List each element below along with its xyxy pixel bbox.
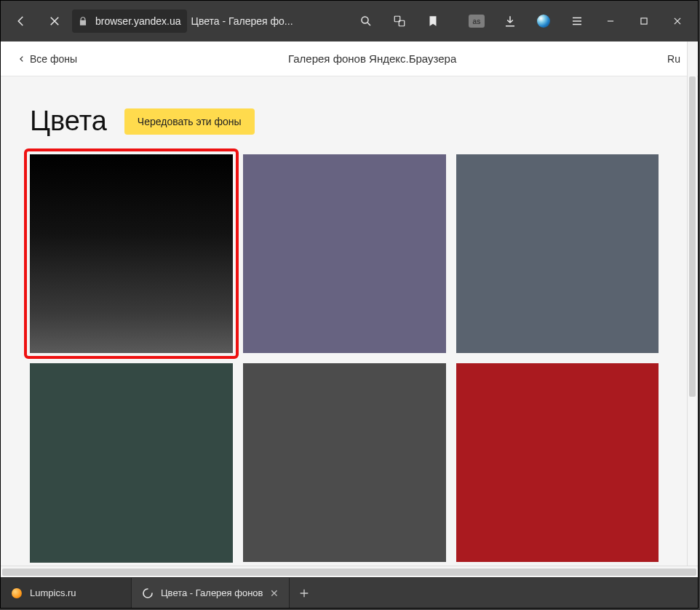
url-text: browser.yandex.ua: [94, 15, 187, 27]
color-tile-purple-grey[interactable]: [243, 154, 446, 353]
lock-icon: [72, 16, 94, 26]
color-tile-black-gradient[interactable]: [24, 148, 239, 359]
tab-lumpics[interactable]: Lumpics.ru: [1, 578, 132, 608]
bookmark-icon[interactable]: [417, 5, 449, 37]
browser-toolbar: browser.yandex.ua Цвета - Галерея фо... …: [1, 1, 698, 41]
page-header: Все фоны Галерея фонов Яндекс.Браузера R…: [1, 41, 698, 76]
color-tile-crimson[interactable]: [456, 363, 659, 562]
window-close-button[interactable]: [661, 5, 693, 37]
tab-label: Цвета - Галерея фонов: [161, 587, 263, 598]
address-bar[interactable]: browser.yandex.ua: [72, 9, 187, 33]
back-button[interactable]: [5, 5, 37, 37]
back-link-label: Все фоны: [30, 53, 77, 65]
color-tile-dark-grey[interactable]: [243, 363, 446, 562]
svg-point-0: [362, 17, 368, 23]
horizontal-scrollbar[interactable]: [1, 566, 698, 577]
color-tile-slate-blue[interactable]: [456, 154, 659, 353]
shuffle-button[interactable]: Чередовать эти фоны: [124, 108, 255, 135]
tab-label: Lumpics.ru: [30, 587, 76, 598]
tab-strip: Lumpics.ru Цвета - Галерея фонов ✕: [1, 577, 698, 608]
back-link[interactable]: Все фоны: [18, 53, 77, 65]
search-icon[interactable]: [350, 5, 382, 37]
translate-icon[interactable]: [383, 5, 415, 37]
page-title: Цвета: [30, 106, 107, 137]
vertical-scrollbar[interactable]: [687, 41, 697, 566]
stop-button[interactable]: [39, 5, 71, 37]
page-content: Все фоны Галерея фонов Яндекс.Браузера R…: [1, 41, 698, 577]
loading-icon: [142, 587, 154, 599]
profile-icon[interactable]: [528, 5, 560, 37]
extension-icon[interactable]: as: [461, 5, 493, 37]
color-tile-dark-green[interactable]: [30, 363, 233, 563]
chevron-left-icon: [18, 55, 25, 63]
favicon-icon: [11, 587, 23, 599]
svg-rect-3: [641, 18, 647, 24]
gallery-title: Галерея фонов Яндекс.Браузера: [77, 52, 667, 65]
toolbar-tab-title: Цвета - Галерея фо...: [191, 15, 293, 27]
tab-gallery[interactable]: Цвета - Галерея фонов ✕: [132, 578, 290, 608]
tile-grid: [30, 154, 659, 562]
new-tab-button[interactable]: [290, 578, 319, 608]
close-icon[interactable]: ✕: [270, 587, 279, 599]
language-switch[interactable]: Ru: [667, 53, 680, 65]
window-minimize-button[interactable]: [594, 5, 627, 37]
downloads-icon[interactable]: [494, 5, 526, 37]
window-maximize-button[interactable]: [628, 5, 660, 37]
menu-icon[interactable]: [561, 5, 593, 37]
